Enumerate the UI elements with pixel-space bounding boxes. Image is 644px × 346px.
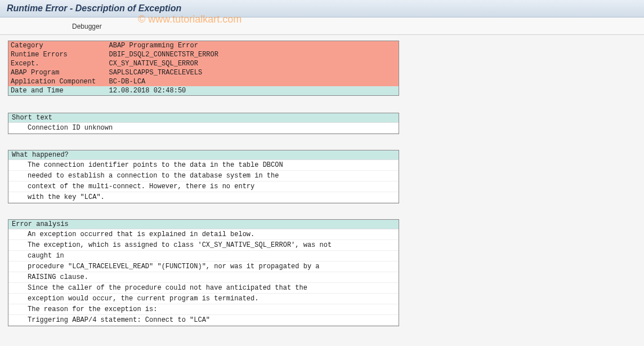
section-header: Error analysis [8,220,399,229]
section-body: Connection ID unknown [8,123,399,134]
info-value: ABAP Programming Error [107,41,399,51]
info-value: 12.08.2018 02:48:50 [107,86,399,96]
table-row: ABAP Program SAPLSLCAPPS_TRACELEVELS [8,68,399,77]
section-line: Triggering ABAP/4 statement: Connect to … [8,315,399,326]
section-line: The connection identifier points to the … [8,160,399,171]
section-line: The reason for the exception is: [8,304,399,315]
error-info-table: Category ABAP Programming Error Runtime … [8,41,399,96]
page-title: Runtime Error - Description of Exception [7,3,181,13]
info-value: SAPLSLCAPPS_TRACELEVELS [107,68,399,77]
short-text-section: Short text Connection ID unknown [8,113,399,134]
info-value: BC-DB-LCA [107,77,399,86]
info-label: Category [8,41,107,51]
section-line: with the key "LCA". [8,192,399,203]
section-line: Connection ID unknown [8,123,399,134]
info-label: Application Component [8,77,107,86]
debugger-button[interactable]: Debugger [68,21,106,32]
section-header: What happened? [8,150,399,160]
section-line: context of the multi-connect. However, t… [8,181,399,192]
info-value: CX_SY_NATIVE_SQL_ERROR [107,59,399,68]
table-row: Except. CX_SY_NATIVE_SQL_ERROR [8,59,399,68]
section-line: Since the caller of the procedure could … [8,283,399,294]
section-line: exception would occur, the current progr… [8,294,399,304]
section-line: caught in [8,251,399,261]
table-row: Application Component BC-DB-LCA [8,77,399,86]
section-body: The connection identifier points to the … [8,160,399,203]
info-label: Date and Time [8,86,107,96]
table-row: Category ABAP Programming Error [8,41,399,51]
what-happened-section: What happened? The connection identifier… [8,150,399,203]
section-line: needed to establish a connection to the … [8,171,399,181]
info-label: Runtime Errors [8,50,107,59]
toolbar: Debugger [0,17,644,35]
section-line: An exception occurred that is explained … [8,229,399,240]
table-row: Runtime Errors DBIF_DSQL2_CONNECTSTR_ERR… [8,50,399,59]
title-bar: Runtime Error - Description of Exception [0,0,644,17]
section-line: The exception, which is assigned to clas… [8,240,399,251]
info-label: ABAP Program [8,68,107,77]
table-row: Date and Time 12.08.2018 02:48:50 [8,86,399,96]
info-label: Except. [8,59,107,68]
content-area: Category ABAP Programming Error Runtime … [0,35,644,332]
info-value: DBIF_DSQL2_CONNECTSTR_ERROR [107,50,399,59]
section-body: An exception occurred that is explained … [8,229,399,326]
error-analysis-section: Error analysis An exception occurred tha… [8,219,399,326]
section-line: RAISING clause. [8,272,399,283]
section-line: procedure "LCA_TRACELEVEL_READ" "(FUNCTI… [8,261,399,272]
section-header: Short text [8,113,399,123]
